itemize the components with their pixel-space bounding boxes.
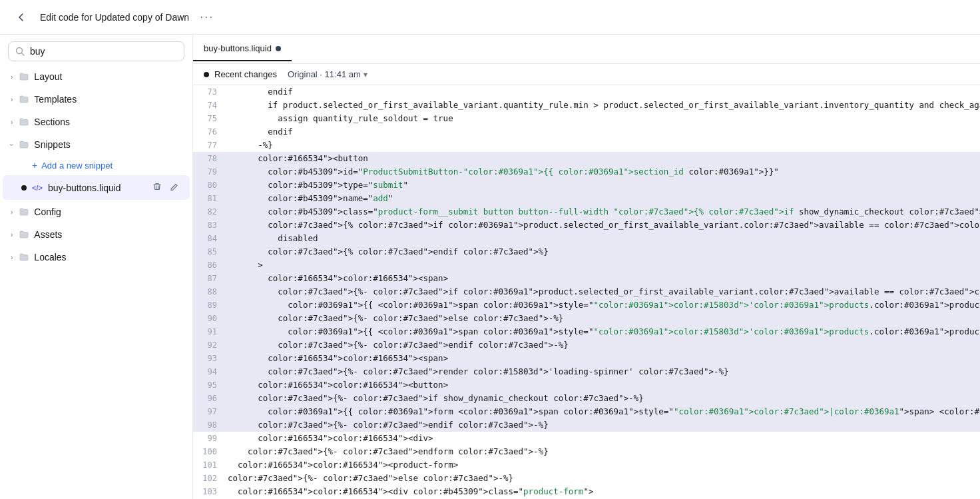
line-number: 76 xyxy=(193,125,225,139)
line-content: color:#0369a1">{{ <color:#0369a1">span c… xyxy=(225,325,980,338)
line-number: 92 xyxy=(193,338,225,352)
version-selector-button[interactable]: Original · 11:41 am ▾ xyxy=(288,69,368,79)
sidebar-item-label-config: Config xyxy=(34,207,182,217)
line-content: color:#0369a1">{{ <color:#0369a1">span c… xyxy=(225,298,980,312)
line-content: color:#7c3aed">{%- color:#7c3aed">endfor… xyxy=(225,445,980,458)
line-content: color:#166534">color:#166534"><product-f… xyxy=(225,458,980,472)
svg-line-1 xyxy=(22,53,25,56)
line-content: color:#7c3aed">{%- color:#7c3aed">endif … xyxy=(225,338,980,352)
line-content: -%} xyxy=(225,139,980,152)
code-line-85: 85 color:#7c3aed">{% color:#7c3aed">endi… xyxy=(193,245,980,258)
rename-file-button[interactable] xyxy=(167,181,182,195)
sidebar-item-snippets[interactable]: › Snippets xyxy=(3,134,190,155)
code-line-77: 77 -%} xyxy=(193,139,980,152)
line-content: > xyxy=(225,258,980,272)
line-content: color:#166534">color:#166534"><div> xyxy=(225,432,980,445)
search-input[interactable] xyxy=(30,46,177,57)
line-content: color:#7c3aed">{%- color:#7c3aed">if sho… xyxy=(225,392,980,405)
line-number: 97 xyxy=(193,405,225,418)
sidebar-item-locales[interactable]: › Locales xyxy=(3,247,190,268)
code-line-99: 99 color:#166534">color:#166534"><div> xyxy=(193,432,980,445)
sidebar-item-layout[interactable]: › Layout xyxy=(3,66,190,87)
line-number: 85 xyxy=(193,245,225,258)
line-number: 79 xyxy=(193,165,225,179)
code-line-80: 80 color:#b45309">type="submit" xyxy=(193,179,980,192)
code-line-74: 74 if product.selected_or_first_availabl… xyxy=(193,99,980,112)
code-line-102: 102color:#7c3aed">{%- color:#7c3aed">els… xyxy=(193,472,980,485)
add-snippet-label: Add a new snippet xyxy=(41,161,113,171)
line-content: color:#7c3aed">{%- color:#7c3aed">else c… xyxy=(225,472,980,485)
line-content: color:#7c3aed">{%- color:#7c3aed">endif … xyxy=(225,418,980,432)
edit-icon xyxy=(170,182,179,191)
code-line-100: 100 color:#7c3aed">{%- color:#7c3aed">en… xyxy=(193,445,980,458)
more-options-button[interactable]: ··· xyxy=(200,10,214,24)
sidebar-item-templates[interactable]: › Templates xyxy=(3,89,190,110)
line-content: color:#166534">color:#166534"><div color… xyxy=(225,485,980,498)
line-content: color:#b45309">name="add" xyxy=(225,192,980,205)
line-number: 89 xyxy=(193,298,225,312)
sidebar-item-config[interactable]: › Config xyxy=(3,201,190,223)
line-content: assign quantity_rule_soldout = true xyxy=(225,112,980,125)
line-number: 96 xyxy=(193,392,225,405)
line-number: 81 xyxy=(193,192,225,205)
code-line-92: 92 color:#7c3aed">{%- color:#7c3aed">end… xyxy=(193,338,980,352)
code-line-89: 89 color:#0369a1">{{ <color:#0369a1">spa… xyxy=(193,298,980,312)
line-number: 84 xyxy=(193,232,225,245)
code-editor[interactable]: 73 endif74 if product.selected_or_first_… xyxy=(193,85,980,499)
line-content: color:#7c3aed">{%- color:#7c3aed">else c… xyxy=(225,312,980,325)
main-layout: › Layout › Templates › Sections › xyxy=(0,35,980,499)
page-title: Edit code for Updated copy of Dawn xyxy=(40,12,189,23)
line-content: color:#166534"><button xyxy=(225,152,980,165)
line-number: 90 xyxy=(193,312,225,325)
recent-changes-bar: Recent changes Original · 11:41 am ▾ xyxy=(193,64,980,85)
editor-area: buy-buttons.liquid Recent changes Origin… xyxy=(193,35,980,499)
line-number: 103 xyxy=(193,485,225,498)
delete-file-button[interactable] xyxy=(150,181,164,195)
plus-icon: + xyxy=(32,160,37,171)
line-content: color:#7c3aed">{%- color:#7c3aed">render… xyxy=(225,365,980,378)
chevron-right-icon: › xyxy=(11,96,13,103)
line-content: endif xyxy=(225,125,980,139)
sidebar-item-assets[interactable]: › Assets xyxy=(3,224,190,245)
sidebar-item-buy-buttons[interactable]: </> buy-buttons.liquid xyxy=(3,175,190,200)
tab-buy-buttons[interactable]: buy-buttons.liquid xyxy=(193,37,292,61)
code-line-83: 83 color:#7c3aed">{% color:#7c3aed">if c… xyxy=(193,219,980,232)
code-line-98: 98 color:#7c3aed">{%- color:#7c3aed">end… xyxy=(193,418,980,432)
folder-icon xyxy=(19,207,29,217)
code-line-90: 90 color:#7c3aed">{%- color:#7c3aed">els… xyxy=(193,312,980,325)
code-line-103: 103 color:#166534">color:#166534"><div c… xyxy=(193,485,980,498)
back-icon xyxy=(16,12,27,23)
chevron-down-icon: ▾ xyxy=(364,70,368,79)
sidebar-item-sections[interactable]: › Sections xyxy=(3,111,190,133)
active-dot xyxy=(21,185,27,191)
line-content: color:#166534">color:#166534"><span> xyxy=(225,272,980,285)
tab-label: buy-buttons.liquid xyxy=(204,43,272,53)
line-number: 77 xyxy=(193,139,225,152)
line-content: color:#0369a1">{{ color:#0369a1">form <c… xyxy=(225,405,980,418)
line-content: color:#b45309">id="ProductSubmitButton-"… xyxy=(225,165,980,179)
line-number: 75 xyxy=(193,112,225,125)
search-box xyxy=(8,41,184,61)
sidebar-item-label-sections: Sections xyxy=(34,117,182,127)
chevron-right-icon: › xyxy=(11,119,13,126)
line-number: 86 xyxy=(193,258,225,272)
sidebar: › Layout › Templates › Sections › xyxy=(0,35,193,499)
line-number: 87 xyxy=(193,272,225,285)
search-icon xyxy=(15,47,25,56)
trash-icon xyxy=(152,182,162,191)
chevron-down-icon: › xyxy=(8,143,15,145)
add-snippet-button[interactable]: + Add a new snippet xyxy=(13,156,192,175)
line-content: endif xyxy=(225,85,980,99)
back-button[interactable] xyxy=(11,7,32,28)
code-line-84: 84 disabled xyxy=(193,232,980,245)
chevron-right-icon: › xyxy=(11,231,13,239)
version-label: Original · 11:41 am xyxy=(288,69,361,79)
folder-icon xyxy=(19,252,29,262)
line-number: 82 xyxy=(193,205,225,219)
line-content: color:#7c3aed">{%- color:#7c3aed">if col… xyxy=(225,285,980,298)
code-line-78: 78 color:#166534"><button xyxy=(193,152,980,165)
code-line-82: 82 color:#b45309">class="product-form__s… xyxy=(193,205,980,219)
line-content: if product.selected_or_first_available_v… xyxy=(225,99,980,112)
folder-icon xyxy=(19,95,29,104)
line-number: 93 xyxy=(193,352,225,365)
